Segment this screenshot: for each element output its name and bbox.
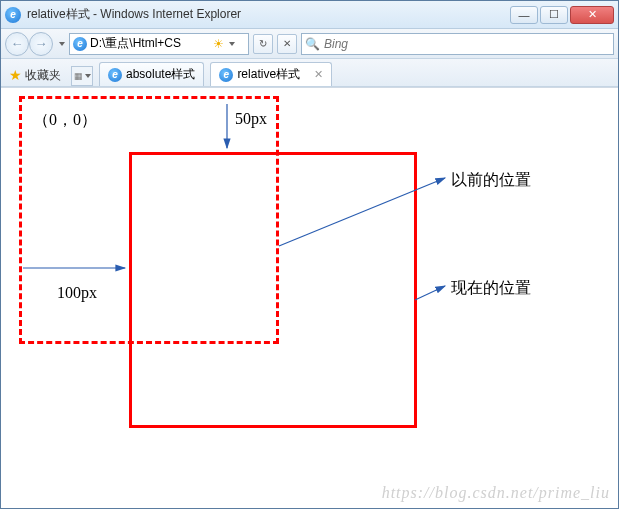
stop-button[interactable]: ✕ — [277, 34, 297, 54]
tabbar: ★ 收藏夹 ▦ absolute样式 relative样式 ✕ — [1, 59, 618, 87]
origin-label: （0，0） — [33, 110, 97, 131]
navbar: ← → ☀ ↻ ✕ 🔍 — [1, 29, 618, 59]
note-after-label: 现在的位置 — [451, 278, 531, 299]
window-title: relative样式 - Windows Internet Explorer — [27, 6, 510, 23]
search-bar[interactable]: 🔍 — [301, 33, 614, 55]
search-icon: 🔍 — [305, 37, 320, 51]
current-position-box — [129, 152, 417, 428]
svg-line-3 — [415, 286, 445, 300]
refresh-icon: ↻ — [259, 38, 267, 49]
window-buttons: — ☐ ✕ — [510, 6, 614, 24]
tab-ie-icon — [219, 68, 233, 82]
forward-button[interactable]: → — [29, 32, 53, 56]
address-input[interactable] — [90, 37, 210, 51]
refresh-button[interactable]: ↻ — [253, 34, 273, 54]
tab-absolute[interactable]: absolute样式 — [99, 62, 204, 86]
quick-tabs-button[interactable]: ▦ — [71, 66, 93, 86]
favorites-button[interactable]: ★ 收藏夹 — [5, 64, 65, 86]
history-dropdown-icon[interactable] — [59, 42, 65, 46]
tab-close-icon[interactable]: ✕ — [314, 68, 323, 81]
ie-icon — [5, 7, 21, 23]
compat-icon[interactable]: ☀ — [213, 37, 224, 51]
star-icon: ★ — [9, 67, 22, 83]
address-dropdown-icon[interactable] — [229, 42, 235, 46]
stop-icon: ✕ — [283, 38, 291, 49]
minimize-button[interactable]: — — [510, 6, 538, 24]
note-before-label: 以前的位置 — [451, 170, 531, 191]
watermark: https://blog.csdn.net/prime_liu — [382, 484, 610, 502]
back-button[interactable]: ← — [5, 32, 29, 56]
page-ie-icon — [73, 37, 87, 51]
favorites-label: 收藏夹 — [25, 67, 61, 84]
tab-label: absolute样式 — [126, 66, 195, 83]
close-button[interactable]: ✕ — [570, 6, 614, 24]
nav-arrows: ← → — [5, 32, 53, 56]
tab-ie-icon — [108, 68, 122, 82]
offset-left-label: 100px — [57, 284, 97, 302]
search-input[interactable] — [324, 37, 610, 51]
tab-relative[interactable]: relative样式 ✕ — [210, 62, 332, 86]
ie-window: relative样式 - Windows Internet Explorer —… — [0, 0, 619, 509]
page-content: （0，0） 50px 100px 以前的位置 现在的位置 — [1, 88, 618, 508]
address-bar[interactable]: ☀ — [69, 33, 249, 55]
offset-top-label: 50px — [235, 110, 267, 128]
viewport: （0，0） 50px 100px 以前的位置 现在的位置 — [1, 87, 618, 508]
maximize-button[interactable]: ☐ — [540, 6, 568, 24]
titlebar: relative样式 - Windows Internet Explorer —… — [1, 1, 618, 29]
chevron-down-icon — [85, 74, 91, 78]
tab-label: relative样式 — [237, 66, 300, 83]
